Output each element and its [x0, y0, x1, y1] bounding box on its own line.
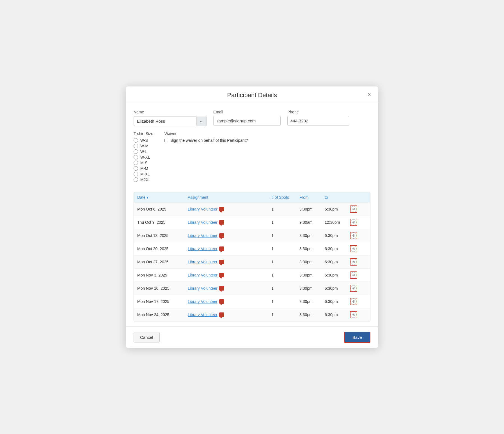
- date-cell: Mon Nov 24, 2025: [137, 312, 188, 317]
- assignment-link[interactable]: Library Volunteer: [188, 299, 217, 304]
- from-cell: 3:30pm: [299, 312, 325, 317]
- tshirt-radio[interactable]: [134, 149, 138, 154]
- assignment-link[interactable]: Library Volunteer: [188, 207, 217, 211]
- to-cell: 6:30pm: [325, 273, 350, 277]
- tshirt-radio-item: W-L: [134, 149, 153, 154]
- tshirt-radio[interactable]: [134, 166, 138, 171]
- tshirt-section: T-shirt Size W-S W-M W-L W-XL M-S M-M M-…: [134, 131, 153, 182]
- date-header[interactable]: Date ▾: [137, 195, 188, 200]
- assignment-link[interactable]: Library Volunteer: [188, 246, 217, 251]
- spots-cell: 1: [271, 246, 299, 251]
- to-cell: 6:30pm: [325, 312, 350, 317]
- tshirt-radio[interactable]: [134, 161, 138, 165]
- table-row: Mon Oct 6, 2025 Library Volunteer 1 3:30…: [134, 202, 370, 216]
- assignment-link[interactable]: Library Volunteer: [188, 260, 217, 264]
- remove-button[interactable]: ⊗: [350, 205, 357, 213]
- assignment-link[interactable]: Library Volunteer: [188, 233, 217, 238]
- spots-header: # of Spots: [271, 195, 299, 200]
- assignment-cell: Library Volunteer: [188, 246, 271, 251]
- remove-icon: ⊗: [350, 298, 357, 305]
- phone-group: Phone: [287, 110, 349, 126]
- remove-cell: ⊗: [350, 285, 367, 292]
- tshirt-option-label: M-S: [140, 161, 148, 165]
- date-cell: Mon Oct 6, 2025: [137, 207, 188, 211]
- remove-cell: ⊗: [350, 205, 367, 213]
- remove-button[interactable]: ⊗: [350, 285, 357, 292]
- name-label: Name: [134, 110, 207, 114]
- date-cell: Mon Oct 20, 2025: [137, 246, 188, 251]
- chat-icon: [219, 312, 224, 317]
- from-cell: 3:30pm: [299, 299, 325, 304]
- save-button[interactable]: Save: [344, 332, 370, 343]
- remove-button[interactable]: ⊗: [350, 271, 357, 279]
- tshirt-radio-item: M2XL: [134, 177, 153, 182]
- table-row: Mon Nov 10, 2025 Library Volunteer 1 3:3…: [134, 282, 370, 295]
- modal-body: Name ··· Email Phone T-shirt Size W-S W-…: [126, 103, 378, 321]
- from-cell: 3:30pm: [299, 260, 325, 264]
- remove-button[interactable]: ⊗: [350, 311, 357, 318]
- date-cell: Mon Oct 27, 2025: [137, 260, 188, 264]
- assignment-cell: Library Volunteer: [188, 299, 271, 304]
- remove-cell: ⊗: [350, 311, 367, 318]
- remove-button[interactable]: ⊗: [350, 245, 357, 252]
- tshirt-radio[interactable]: [134, 172, 138, 176]
- assignment-cell: Library Volunteer: [188, 233, 271, 238]
- close-button[interactable]: ×: [366, 91, 373, 98]
- spots-cell: 1: [271, 286, 299, 291]
- remove-icon: ⊗: [350, 285, 357, 291]
- phone-field[interactable]: [287, 116, 349, 126]
- modal-footer: Cancel Save: [126, 326, 378, 348]
- assignment-link[interactable]: Library Volunteer: [188, 220, 217, 225]
- assignment-cell: Library Volunteer: [188, 207, 271, 211]
- waiver-check-row: Sign the waiver on behalf of this Partic…: [164, 138, 248, 143]
- tshirt-radio[interactable]: [134, 144, 138, 148]
- date-cell: Thu Oct 9, 2025: [137, 220, 188, 225]
- chat-icon: [219, 273, 224, 277]
- remove-icon: ⊗: [350, 272, 357, 278]
- assignment-link[interactable]: Library Volunteer: [188, 273, 217, 277]
- remove-button[interactable]: ⊗: [350, 232, 357, 239]
- chat-icon: [219, 246, 224, 251]
- participant-details-modal: Participant Details × Name ··· Email Pho…: [126, 86, 378, 348]
- from-cell: 3:30pm: [299, 233, 325, 238]
- remove-icon: ⊗: [350, 259, 357, 265]
- chat-icon: [219, 207, 224, 211]
- remove-button[interactable]: ⊗: [350, 258, 357, 266]
- spots-cell: 1: [271, 260, 299, 264]
- cancel-button[interactable]: Cancel: [134, 332, 160, 342]
- assignment-cell: Library Volunteer: [188, 260, 271, 264]
- table-row: Mon Oct 20, 2025 Library Volunteer 1 3:3…: [134, 242, 370, 255]
- waiver-label: Waiver: [164, 131, 248, 136]
- date-cell: Mon Nov 10, 2025: [137, 286, 188, 291]
- date-cell: Mon Nov 17, 2025: [137, 299, 188, 304]
- remove-button[interactable]: ⊗: [350, 298, 357, 305]
- table-body: Mon Oct 6, 2025 Library Volunteer 1 3:30…: [134, 202, 370, 321]
- table-row: Mon Oct 13, 2025 Library Volunteer 1 3:3…: [134, 229, 370, 242]
- spots-cell: 1: [271, 273, 299, 277]
- assignment-link[interactable]: Library Volunteer: [188, 312, 217, 317]
- tshirt-radio-item: M-XL: [134, 172, 153, 176]
- spots-cell: 1: [271, 312, 299, 317]
- remove-cell: ⊗: [350, 258, 367, 266]
- remove-cell: ⊗: [350, 219, 367, 226]
- remove-button[interactable]: ⊗: [350, 219, 357, 226]
- tshirt-radio[interactable]: [134, 138, 138, 143]
- name-field[interactable]: [134, 116, 197, 126]
- email-field[interactable]: [213, 116, 281, 126]
- assignment-link[interactable]: Library Volunteer: [188, 286, 217, 291]
- table-row: Mon Nov 17, 2025 Library Volunteer 1 3:3…: [134, 295, 370, 308]
- waiver-checkbox[interactable]: [164, 139, 168, 142]
- modal-header: Participant Details ×: [126, 86, 378, 103]
- spots-cell: 1: [271, 207, 299, 211]
- date-cell: Mon Nov 3, 2025: [137, 273, 188, 277]
- spots-cell: 1: [271, 220, 299, 225]
- to-cell: 6:30pm: [325, 246, 350, 251]
- tshirt-label: T-shirt Size: [134, 131, 153, 136]
- name-picker-button[interactable]: ···: [197, 117, 206, 126]
- remove-icon: ⊗: [350, 246, 357, 252]
- to-cell: 6:30pm: [325, 233, 350, 238]
- phone-label: Phone: [287, 110, 349, 114]
- tshirt-radio[interactable]: [134, 155, 138, 159]
- tshirt-radio[interactable]: [134, 177, 138, 182]
- from-header: From: [299, 195, 325, 200]
